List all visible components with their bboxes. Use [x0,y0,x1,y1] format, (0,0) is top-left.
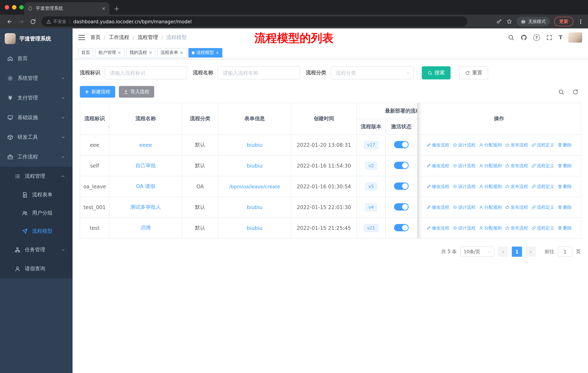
active-toggle[interactable] [394,224,409,231]
app-logo[interactable]: 芋道管理系统 [0,28,73,49]
process-name-link[interactable]: 自己审批 [136,162,156,168]
action-process-definition[interactable]: 流程定义 [531,142,554,148]
action-design-process[interactable]: 设计流程 [452,142,475,148]
current-page-button[interactable]: 1 [512,247,522,257]
forward-button[interactable] [16,16,26,27]
process-name-link[interactable]: 滔博 [141,225,151,231]
action-modify-process[interactable]: 修改流程 [426,183,449,190]
close-window-button[interactable] [5,5,9,10]
sidebar-item-devtools[interactable]: 研发工具 [0,128,73,147]
tag-process-model-active[interactable]: 流程模型 × [188,48,222,57]
action-assign-rule[interactable]: 分配规则 [479,142,502,148]
tab-close-icon[interactable]: × [102,6,106,11]
process-name-link[interactable]: 测试多审批人 [130,204,161,210]
action-publish-process[interactable]: 发布流程 [505,225,528,231]
bookmark-star-icon[interactable] [506,19,512,24]
tag-close-icon[interactable]: × [149,50,152,55]
import-process-button[interactable]: 导入流程 [119,86,154,98]
sidebar-item-user-group[interactable]: 用户分组 [0,204,73,222]
action-modify-process[interactable]: 修改流程 [426,163,449,169]
sidebar-toggle-icon[interactable] [78,35,85,40]
help-icon[interactable]: ? [533,34,540,41]
fullscreen-icon[interactable] [546,34,553,41]
action-delete[interactable]: 删除 [557,163,572,169]
action-publish-process[interactable]: 发布流程 [505,183,528,190]
action-publish-process[interactable]: 发布流程 [505,204,528,210]
category-select-input[interactable] [331,66,414,80]
password-key-icon[interactable] [496,19,502,24]
page-size-select[interactable]: 10条/页 [460,247,494,257]
toggle-search-icon[interactable] [558,89,564,95]
form-info-link[interactable]: biubiu [247,225,263,231]
action-process-definition[interactable]: 流程定义 [531,183,554,190]
next-page-button[interactable]: › [526,247,536,257]
reload-button[interactable] [28,16,38,27]
breadcrumb-item[interactable]: 工作流程 [109,34,129,41]
process-name-link[interactable]: eeee [139,142,152,148]
action-delete[interactable]: 删除 [557,183,572,190]
action-assign-rule[interactable]: 分配规则 [479,163,502,169]
active-toggle[interactable] [394,182,409,190]
back-button[interactable] [4,16,15,27]
action-design-process[interactable]: 设计流程 [452,225,475,231]
action-process-definition[interactable]: 流程定义 [531,204,554,210]
sidebar-item-payment[interactable]: ¥ 支付管理 [0,88,73,108]
process-name-input[interactable] [218,66,300,80]
form-info-link[interactable]: /bpm/oa/leave/create [229,184,280,189]
action-assign-rule[interactable]: 分配规则 [479,204,502,210]
tag-process-form[interactable]: 流程表单 × [157,48,187,57]
process-name-link[interactable]: OA 请假 [136,183,155,189]
zoom-window-button[interactable] [19,5,24,10]
action-design-process[interactable]: 设计流程 [452,163,475,169]
github-icon[interactable] [521,34,527,41]
action-design-process[interactable]: 设计流程 [452,204,475,210]
form-info-link[interactable]: biubiu [247,204,263,210]
action-process-definition[interactable]: 流程定义 [531,225,554,231]
action-publish-process[interactable]: 发布流程 [505,142,528,148]
active-toggle[interactable] [394,161,409,169]
reset-button[interactable]: 重置 [459,66,488,80]
breadcrumb-item[interactable]: 首页 [90,34,101,41]
form-info-link[interactable]: biubiu [247,163,263,169]
update-browser-button[interactable]: 更新 [554,17,573,26]
category-select[interactable] [331,66,414,80]
prev-page-button[interactable]: ‹ [498,247,508,257]
search-button[interactable]: 搜索 [422,66,451,80]
action-process-definition[interactable]: 流程定义 [531,163,554,169]
tag-close-icon[interactable]: × [180,50,183,55]
action-design-process[interactable]: 设计流程 [452,183,475,190]
sidebar-item-process-model[interactable]: 流程模型 [0,222,73,240]
sidebar-item-process-form[interactable]: 流程表单 [0,186,73,204]
search-icon[interactable] [508,34,514,41]
browser-tab[interactable]: 芋道管理系统 × [24,2,109,15]
form-info-link[interactable]: biubiu [247,142,263,148]
sidebar-item-home[interactable]: 首页 [0,49,73,69]
sidebar-item-workflow[interactable]: 工作流程 [0,147,73,167]
action-delete[interactable]: 删除 [557,204,572,210]
sidebar-item-system[interactable]: 系统管理 [0,69,73,88]
user-avatar[interactable] [568,32,582,43]
active-toggle[interactable] [394,203,409,210]
tag-home[interactable]: 首页 [78,48,93,57]
font-size-icon[interactable]: T [559,34,562,41]
sidebar-item-task-management[interactable]: 任务管理 [0,240,73,259]
action-publish-process[interactable]: 发布流程 [505,163,528,169]
action-modify-process[interactable]: 修改流程 [426,225,449,231]
new-tab-button[interactable]: + [114,5,120,12]
tag-close-icon[interactable]: × [216,50,219,55]
action-modify-process[interactable]: 修改流程 [426,204,449,210]
create-process-button[interactable]: + 新建流程 [80,86,115,98]
minimize-window-button[interactable] [12,5,16,10]
sidebar-item-leave-query[interactable]: 请假查询 [0,259,73,278]
security-indicator[interactable]: 不安全 [46,18,66,25]
sidebar-item-infra[interactable]: 基础设施 [0,108,73,128]
browser-menu-icon[interactable]: ⋮ [578,18,584,25]
action-delete[interactable]: 删除 [557,225,572,231]
url-field[interactable]: 不安全 dashboard.yudao.iocoder.cn/bpm/manag… [42,16,467,27]
action-assign-rule[interactable]: 分配规则 [479,183,502,190]
action-assign-rule[interactable]: 分配规则 [479,225,502,231]
goto-page-input[interactable] [558,247,572,257]
tag-my-process[interactable]: 我的流程 × [126,48,155,57]
sidebar-item-process-management[interactable]: 流程管理 [0,167,73,186]
tag-close-icon[interactable]: × [118,50,121,55]
